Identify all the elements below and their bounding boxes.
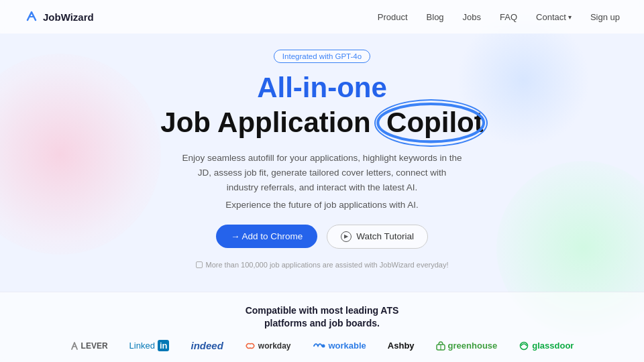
- chevron-down-icon: ▾: [568, 13, 572, 21]
- hero-description: Enjoy seamless autofill for your applica…: [181, 151, 463, 196]
- svg-point-0: [378, 104, 484, 141]
- workday-logo: workday: [245, 341, 291, 351]
- nav-blog[interactable]: Blog: [427, 12, 444, 22]
- hero-title-line1: All-in-one: [257, 72, 387, 103]
- nav-jobs[interactable]: Jobs: [463, 12, 481, 22]
- nav-signup[interactable]: Sign up: [590, 12, 620, 22]
- play-icon: ▶: [341, 231, 352, 242]
- glassdoor-logo: glassdoor: [519, 341, 574, 351]
- compat-title: Compatible with most leading ATSplatform…: [0, 304, 644, 330]
- page-wrapper: JobWizard Product Blog Jobs FAQ Contact …: [0, 0, 644, 362]
- compat-section: Compatible with most leading ATSplatform…: [0, 292, 644, 362]
- glassdoor-icon: [519, 341, 529, 351]
- hero-tagline: Experience the future of job application…: [225, 200, 418, 210]
- workday-icon: [245, 341, 256, 351]
- logo-text: JobWizard: [43, 11, 94, 23]
- nav-links: Product Blog Jobs FAQ Contact ▾ Sign up: [378, 12, 620, 22]
- watch-tutorial-button[interactable]: ▶ Watch Tutorial: [327, 225, 428, 249]
- checkbox-icon: [196, 261, 203, 268]
- nav-contact[interactable]: Contact ▾: [536, 12, 572, 22]
- lever-icon: [70, 341, 78, 351]
- lever-logo: LEVER: [70, 341, 108, 351]
- ashby-logo: Ashby: [388, 341, 415, 351]
- greenhouse-icon: [436, 341, 445, 351]
- logo-area: JobWizard: [24, 9, 94, 24]
- cta-buttons: → Add to Chrome ▶ Watch Tutorial: [216, 225, 428, 249]
- hero-title-line2: Job Application Copilot: [160, 106, 483, 139]
- hero-section: Integrated with GPT-4o All-in-one Job Ap…: [0, 34, 644, 292]
- gpt-badge: Integrated with GPT-4o: [274, 50, 370, 63]
- workable-logo: workable: [313, 341, 366, 351]
- copilot-word: Copilot: [378, 106, 483, 139]
- nav-product[interactable]: Product: [378, 12, 408, 22]
- linkedin-logo: Linkedin: [129, 340, 170, 351]
- add-to-chrome-button[interactable]: → Add to Chrome: [216, 225, 317, 248]
- indeed-logo: indeed: [191, 340, 223, 351]
- compat-logos: LEVER Linkedin indeed workday: [0, 340, 644, 351]
- greenhouse-logo: greenhouse: [436, 341, 498, 351]
- nav-faq[interactable]: FAQ: [500, 12, 517, 22]
- navbar: JobWizard Product Blog Jobs FAQ Contact …: [0, 0, 644, 34]
- social-proof: More than 100,000 job applications are a…: [196, 261, 449, 269]
- logo-icon: [24, 9, 39, 24]
- svg-point-1: [321, 344, 325, 347]
- copilot-circle-decoration: [374, 99, 487, 146]
- workable-icon: [313, 341, 326, 351]
